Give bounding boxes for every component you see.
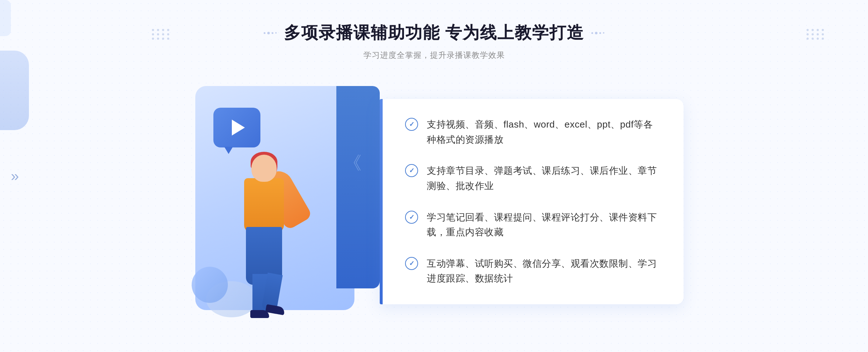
person-body: [244, 178, 284, 232]
feature-item-2: 支持章节目录、弹题考试、课后练习、课后作业、章节测验、批改作业: [405, 163, 658, 193]
sub-title: 学习进度全掌握，提升录播课教学效果: [264, 50, 605, 61]
illustration-area: [184, 79, 380, 325]
play-icon: [232, 120, 245, 136]
side-deco-small: [0, 0, 11, 36]
feature-text-1: 支持视频、音频、flash、word、excel、ppt、pdf等各种格式的资源…: [427, 117, 658, 147]
left-arrow-decoration: »: [11, 168, 19, 184]
check-icon-1: [405, 118, 418, 131]
feature-item-3: 学习笔记回看、课程提问、课程评论打分、课件资料下载，重点内容收藏: [405, 210, 658, 240]
content-section: 支持视频、音频、flash、word、excel、ppt、pdf等各种格式的资源…: [181, 79, 687, 325]
feature-item-4: 互动弹幕、试听购买、微信分享、观看次数限制、学习进度跟踪、数据统计: [405, 256, 658, 286]
check-icon-4: [405, 257, 418, 270]
blue-accent-bar: [380, 99, 383, 304]
feature-text-2: 支持章节目录、弹题考试、课后练习、课后作业、章节测验、批改作业: [427, 163, 658, 193]
header-title-row: 多项录播课辅助功能 专为线上教学打造: [264, 22, 605, 44]
page-container: » 多项录播课辅助功能 专为线上教学打造 学习进度全掌握，提升录播课教学效果: [0, 0, 868, 352]
side-deco-blue: [0, 51, 29, 130]
check-icon-2: [405, 164, 418, 177]
features-panel: 支持视频、音频、flash、word、excel、ppt、pdf等各种格式的资源…: [380, 99, 684, 304]
main-title: 多项录播课辅助功能 专为线上教学打造: [284, 22, 584, 44]
feature-item-1: 支持视频、音频、flash、word、excel、ppt、pdf等各种格式的资源…: [405, 117, 658, 147]
deco-dots-topleft: [152, 29, 170, 40]
header-dots-right: [591, 32, 604, 34]
person-figure: [206, 144, 322, 325]
person-head: [251, 155, 277, 182]
header-section: 多项录播课辅助功能 专为线上教学打造 学习进度全掌握，提升录播课教学效果: [264, 22, 605, 61]
header-dots-left: [264, 32, 277, 34]
play-bubble: [213, 108, 260, 147]
check-icon-3: [405, 211, 418, 224]
deco-dots-topright: [807, 29, 825, 40]
feature-text-3: 学习笔记回看、课程提问、课程评论打分、课件资料下载，重点内容收藏: [427, 210, 658, 240]
deco-lines: [344, 151, 362, 175]
feature-text-4: 互动弹幕、试听购买、微信分享、观看次数限制、学习进度跟踪、数据统计: [427, 256, 658, 286]
illus-blue-panel: [336, 86, 380, 288]
